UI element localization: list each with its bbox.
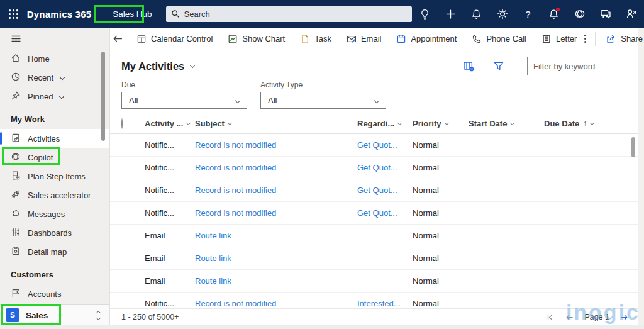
settings-gear-icon[interactable] [489, 0, 515, 28]
activity-type-filter-select[interactable]: All [260, 92, 386, 109]
grid-scrollbar-thumb[interactable] [631, 137, 635, 157]
table-row[interactable]: Notific... Record is not modified Get Qu… [110, 179, 638, 202]
sidebar-item-activities[interactable]: Activities [0, 129, 109, 148]
subject-link[interactable]: Record is not modified [195, 208, 276, 218]
cell-activity-type: Notific... [145, 163, 195, 172]
page-number: Page 1 [584, 313, 609, 321]
letter-doc-icon [541, 34, 552, 44]
regarding-link[interactable]: Get Quot... [357, 186, 397, 195]
command-task[interactable]: Task [292, 28, 339, 50]
table-row[interactable]: Notific... Record is not modified Get Qu… [110, 134, 638, 157]
sidebar-section-my-work: My Work [0, 106, 109, 129]
user-icon[interactable] [618, 0, 644, 28]
feedback-chat-icon[interactable] [592, 0, 618, 28]
sidebar-item-recent[interactable]: Recent [0, 68, 109, 87]
select-all-radio[interactable] [121, 118, 123, 129]
command-label: Show Chart [242, 34, 285, 43]
keyword-filter-input[interactable] [527, 57, 625, 75]
back-arrow-icon[interactable] [113, 28, 123, 50]
column-header-priority[interactable]: Priority [413, 119, 469, 128]
notifications-bell-icon[interactable] [541, 0, 567, 28]
column-header-subject[interactable]: Subject [195, 119, 357, 128]
command-email[interactable]: Email [339, 28, 389, 50]
subject-link[interactable]: Record is not modified [195, 186, 276, 195]
sidebar-item-detail-map[interactable]: Detail map [0, 242, 109, 261]
sidebar-item-pinned[interactable]: Pinned [0, 87, 109, 106]
column-header-due-date[interactable]: Due Date↑ [544, 119, 638, 128]
next-page-icon[interactable] [619, 313, 629, 322]
sidebar-item-dashboards[interactable]: Dashboards [0, 223, 109, 242]
search-input[interactable] [184, 9, 407, 19]
regarding-link[interactable]: Get Quot... [357, 163, 397, 172]
command-label: Calendar Control [151, 34, 213, 43]
previous-page-icon[interactable] [565, 313, 574, 322]
table-row[interactable]: Notific... Record is not modified Get Qu… [110, 157, 638, 179]
collapse-menu-icon[interactable] [0, 28, 109, 49]
first-page-icon[interactable] [545, 313, 555, 322]
regarding-link[interactable]: Get Quot... [357, 208, 397, 218]
subject-link[interactable]: Route link [195, 254, 231, 263]
help-icon[interactable]: ? [515, 0, 541, 28]
chevron-down-icon[interactable] [59, 94, 64, 99]
environment-name[interactable]: Sales Hub [106, 6, 158, 22]
add-icon[interactable] [438, 0, 464, 28]
view-selector[interactable]: My Activities [121, 60, 194, 72]
global-search[interactable] [166, 6, 412, 22]
sidebar-item-plan-step-items[interactable]: Plan Step Items [0, 167, 109, 186]
lightbulb-icon[interactable] [412, 0, 438, 28]
edit-columns-icon[interactable] [463, 60, 474, 72]
cell-priority: Normal [413, 299, 469, 308]
copilot-icon[interactable] [567, 0, 592, 28]
sidebar-item-home[interactable]: Home [0, 49, 109, 68]
activities-clipboard-icon [11, 133, 21, 145]
table-row[interactable]: Email Route link Normal [110, 247, 638, 270]
command-label: Appointment [411, 34, 457, 43]
share-button[interactable]: Share [586, 32, 644, 46]
page-scrollbar-track[interactable] [638, 28, 644, 325]
regarding-link[interactable]: Get Quot... [357, 140, 397, 150]
column-header-start-date[interactable]: Start Date [469, 119, 544, 128]
sidebar-scrollbar-thumb[interactable] [101, 52, 105, 141]
due-filter-select[interactable]: All [121, 92, 247, 109]
cell-activity-type: Notific... [145, 299, 195, 308]
table-row[interactable]: Email Route link Normal [110, 270, 638, 293]
sidebar-item-copilot[interactable]: Copilot [0, 148, 109, 167]
area-switcher-sales[interactable]: S Sales [0, 304, 109, 325]
subject-link[interactable]: Route link [195, 231, 231, 240]
filter-funnel-icon[interactable] [493, 60, 504, 72]
phone-icon [472, 34, 482, 44]
command-show-chart[interactable]: Show Chart [220, 28, 292, 50]
column-header-activity-type[interactable]: Activity ... [145, 119, 195, 128]
regarding-link[interactable]: Interested... [357, 299, 401, 308]
table-row[interactable]: Notific... Record is not modified Intere… [110, 293, 638, 308]
subject-link[interactable]: Record is not modified [195, 140, 276, 150]
subject-link[interactable]: Route link [195, 276, 231, 286]
cell-priority: Normal [413, 254, 469, 263]
top-navigation-bar: Dynamics 365 Sales Hub ? [0, 0, 644, 28]
table-row[interactable]: Notific... Record is not modified Get Qu… [110, 202, 638, 225]
cell-priority: Normal [413, 231, 469, 240]
chevron-down-icon[interactable] [60, 75, 65, 80]
column-header-regarding[interactable]: Regardi... [357, 119, 413, 128]
command-label: Task [314, 34, 331, 43]
detail-map-icon [11, 246, 21, 258]
subject-link[interactable]: Record is not modified [195, 163, 276, 172]
email-envelope-icon [347, 34, 357, 44]
subject-link[interactable]: Record is not modified [195, 299, 276, 308]
command-appointment[interactable]: Appointment [389, 28, 464, 50]
app-launcher-waffle-icon[interactable] [0, 0, 27, 28]
bell-icon[interactable] [464, 0, 489, 28]
sidebar-item-accounts[interactable]: Accounts [0, 284, 109, 303]
sidebar-item-sales-accelerator[interactable]: Sales accelerator [0, 186, 109, 204]
grid-header-row: Activity ... Subject Regardi... Priority… [110, 113, 638, 134]
command-calendar-control[interactable]: Calendar Control [129, 28, 220, 50]
cell-priority: Normal [413, 186, 469, 195]
due-filter-value: All [129, 96, 138, 105]
app-title[interactable]: Dynamics 365 [27, 9, 91, 20]
table-row[interactable]: Email Route link Normal [110, 225, 638, 247]
sidebar-item-messages[interactable]: Messages [0, 204, 109, 223]
command-letter[interactable]: Letter [534, 28, 584, 50]
command-phone-call[interactable]: Phone Call [464, 28, 534, 50]
chevron-down-icon [190, 63, 195, 68]
sidebar-section-customers: Customers [0, 261, 109, 284]
